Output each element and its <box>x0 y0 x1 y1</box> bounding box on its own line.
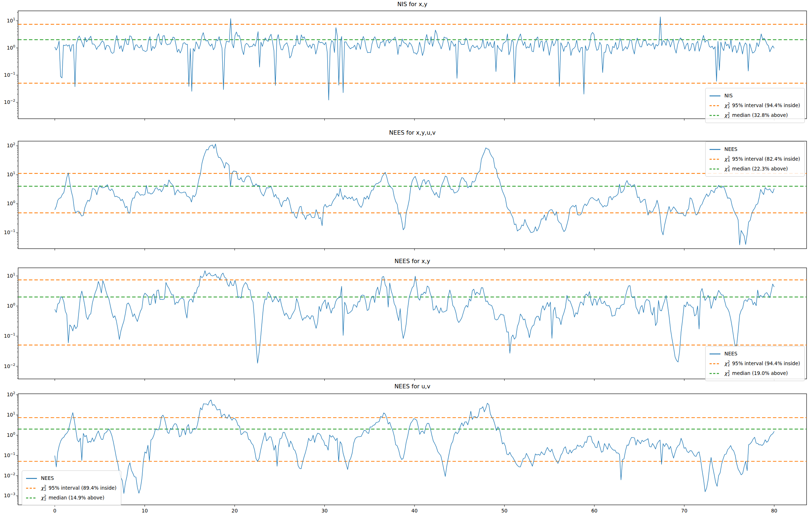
x-tick-label: 20 <box>232 508 238 514</box>
legend-entry-series: NEES <box>26 473 117 483</box>
x-tick-label: 40 <box>411 508 417 514</box>
y-axis-ticks: 10−1100101102 <box>4 142 18 248</box>
y-tick-label: 10−2 <box>4 472 15 478</box>
legend-label: NIS <box>724 91 733 101</box>
subplot-2-legend: NEESχ24 95% interval (82.4% inside)χ24 m… <box>705 142 805 177</box>
legend-entry-median: χ22 median (19.0% above) <box>709 368 800 378</box>
nees-series-line <box>55 144 774 245</box>
legend-dashed-line-icon <box>26 486 37 490</box>
subplot-3-axes: 10−210−1100101 <box>4 268 807 381</box>
legend-label: χ22 median (14.9% above) <box>41 493 104 503</box>
legend-label: χ22 median (32.8% above) <box>724 110 788 120</box>
legend-dashed-line-icon <box>709 167 721 171</box>
axes-spines <box>18 268 807 379</box>
subplot-3-legend: NEESχ22 95% interval (94.4% inside)χ22 m… <box>705 346 805 381</box>
x-tick-label: 50 <box>501 508 508 514</box>
y-tick-label: 101 <box>7 17 15 24</box>
y-tick-label: 10−2 <box>4 363 15 369</box>
y-tick-label: 101 <box>7 411 15 418</box>
legend-line-icon <box>709 148 721 151</box>
legend-dashed-line-icon <box>26 496 37 500</box>
subplot-2-axes: 10−1100101102 <box>4 141 807 250</box>
legend-label: χ24 95% interval (82.4% inside) <box>724 154 800 164</box>
legend-label: χ22 median (19.0% above) <box>724 368 788 378</box>
y-tick-label: 102 <box>7 391 15 397</box>
legend-dashed-line-icon <box>709 104 721 107</box>
y-tick-label: 10−1 <box>4 332 15 339</box>
legend-entry-median: χ22 median (14.9% above) <box>26 493 117 503</box>
nees-series-line <box>55 400 774 493</box>
legend-label: χ22 95% interval (94.4% inside) <box>724 359 800 368</box>
axes-spines <box>18 11 807 119</box>
legend-entry-series: NIS <box>709 91 800 101</box>
x-tick-label: 30 <box>321 508 328 514</box>
legend-label: NEES <box>724 144 737 154</box>
subplot-2-title: NEES for x,y,u,v <box>18 129 807 136</box>
y-axis-ticks: 10−210−1100101 <box>4 272 18 378</box>
legend-entry-upper: χ24 95% interval (82.4% inside) <box>709 154 800 164</box>
y-axis-ticks: 10−210−1100101 <box>4 12 18 117</box>
y-tick-label: 100 <box>7 200 15 206</box>
y-tick-label: 10−2 <box>4 98 15 105</box>
y-tick-label: 100 <box>7 44 15 51</box>
subplot-4-axes: 10−310−210−110010110201020304050607080 <box>4 391 807 514</box>
nis-series-line <box>55 17 774 100</box>
subplot-1-axes: 10−210−1100101 <box>4 11 807 121</box>
x-axis-ticks <box>55 249 774 250</box>
x-axis-ticks <box>55 379 774 381</box>
legend-entry-median: χ24 median (22.3% above) <box>709 164 800 174</box>
subplot-3-title: NEES for x,y <box>18 258 807 265</box>
subplot-4-legend: NEESχ22 95% interval (89.4% inside)χ22 m… <box>22 470 121 506</box>
x-tick-label: 0 <box>53 508 56 514</box>
y-tick-label: 101 <box>7 171 15 177</box>
y-tick-label: 10−3 <box>4 492 15 498</box>
nees-series-line <box>55 271 774 363</box>
x-tick-label: 60 <box>591 508 597 514</box>
x-tick-label: 10 <box>142 508 148 514</box>
legend-line-icon <box>26 477 37 480</box>
y-tick-label: 10−1 <box>4 71 15 78</box>
x-tick-label: 80 <box>771 508 777 514</box>
y-axis-ticks: 10−310−210−1100101102 <box>4 391 18 504</box>
subplot-1-legend: NISχ22 95% interval (94.4% inside)χ22 me… <box>705 88 805 123</box>
y-tick-label: 10−1 <box>4 452 15 458</box>
subplot-1-title: NIS for x,y <box>18 1 807 8</box>
legend-entry-median: χ22 median (32.8% above) <box>709 110 800 120</box>
legend-entry-series: NEES <box>709 144 800 154</box>
legend-line-icon <box>709 352 721 356</box>
legend-entry-upper: χ22 95% interval (94.4% inside) <box>709 101 800 110</box>
x-axis-ticks: 01020304050607080 <box>53 505 777 514</box>
legend-entry-upper: χ22 95% interval (94.4% inside) <box>709 359 800 368</box>
axes-spines <box>18 394 807 505</box>
legend-label: NEES <box>724 349 737 359</box>
y-tick-label: 100 <box>7 302 15 309</box>
legend-dashed-line-icon <box>709 114 721 117</box>
legend-entry-upper: χ22 95% interval (89.4% inside) <box>26 483 117 493</box>
y-tick-label: 101 <box>7 272 15 279</box>
legend-dashed-line-icon <box>709 372 721 375</box>
x-axis-ticks <box>55 119 774 121</box>
legend-label: NEES <box>41 473 54 483</box>
y-tick-label: 100 <box>7 431 15 438</box>
y-tick-label: 102 <box>7 142 15 148</box>
axes-spines <box>18 141 807 249</box>
legend-label: χ24 median (22.3% above) <box>724 164 788 174</box>
legend-dashed-line-icon <box>709 157 721 161</box>
y-tick-label: 10−1 <box>4 229 15 235</box>
legend-label: χ22 95% interval (89.4% inside) <box>41 483 117 493</box>
figure-root: 10−210−110010110−110010110210−210−110010… <box>0 0 812 515</box>
subplot-4-title: NEES for u,v <box>18 383 807 390</box>
x-tick-label: 70 <box>681 508 687 514</box>
legend-label: χ22 95% interval (94.4% inside) <box>724 101 800 110</box>
legend-entry-series: NEES <box>709 349 800 359</box>
legend-line-icon <box>709 94 721 98</box>
legend-dashed-line-icon <box>709 362 721 366</box>
